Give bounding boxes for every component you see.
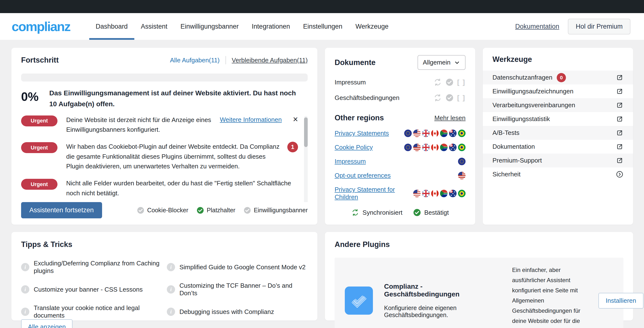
region-document-link[interactable]: Privacy Statements xyxy=(334,130,389,137)
tool-label: Premium-Support xyxy=(492,157,542,164)
sync-icon[interactable] xyxy=(434,94,442,102)
install-button[interactable]: Installieren xyxy=(598,293,644,308)
tool-label: Datenschutzanfragen xyxy=(492,74,552,81)
flag-us-icon xyxy=(413,130,421,137)
legend-label: Cookie-Blocker xyxy=(147,207,188,214)
flag-br-icon xyxy=(458,190,466,197)
tab-einstellungen[interactable]: Einstellungen xyxy=(296,13,349,40)
task-meta: 1 xyxy=(287,142,298,152)
tool-row-dokumentation[interactable]: Dokumentation xyxy=(483,140,633,154)
plugin-logo-icon xyxy=(345,286,373,315)
region-document-link[interactable]: Cookie Policy xyxy=(334,144,373,151)
document-actions: [ ] xyxy=(434,94,466,102)
more-info-link[interactable]: Weitere Informationen xyxy=(220,116,282,124)
flag-au-icon xyxy=(449,144,456,151)
urgent-badge: Urgent xyxy=(21,116,58,126)
plugin-description: Ein einfacher, aber ausführlicher Assist… xyxy=(512,265,587,328)
continue-wizard-button[interactable]: Assistenten fortsetzen xyxy=(21,202,102,218)
shortcode-icon[interactable]: [ ] xyxy=(457,79,466,86)
check-inactive-icon xyxy=(137,207,144,214)
tip-item[interactable]: iSimplified Guide to Google Consent Mode… xyxy=(167,260,308,275)
plugin-name: Complianz - Geschäftsbedingungen xyxy=(384,283,498,298)
complianz-logo: complianz xyxy=(12,20,70,33)
status-legend: Cookie-BlockerPlatzhalterEinwilligungsba… xyxy=(137,207,308,214)
complianz-header: complianz DashboardAssistentEinwilligung… xyxy=(0,13,644,40)
tip-label: Simplified Guide to Google Consent Mode … xyxy=(180,263,306,271)
dismiss-task-icon[interactable]: × xyxy=(293,116,298,123)
synced-status: Synchronisiert xyxy=(351,209,402,216)
external-link-icon[interactable] xyxy=(616,157,624,164)
tool-row-datenschutzanfragen[interactable]: Datenschutzanfragen0 xyxy=(483,71,633,84)
check-inactive-icon xyxy=(244,207,251,214)
legend-item-platzhalter: Platzhalter xyxy=(197,207,236,214)
region-document-link[interactable]: Impressum xyxy=(334,158,366,165)
tool-label-wrap: Einwilligungsaufzeichnungen xyxy=(492,88,574,95)
external-link-icon[interactable] xyxy=(616,115,624,123)
task-list: UrgentDeine Website ist derzeit nicht fü… xyxy=(21,115,308,202)
show-all-button[interactable]: Alle anzeigen xyxy=(21,319,72,328)
check-circle-icon[interactable] xyxy=(446,94,454,102)
tool-label: Sicherheit xyxy=(492,171,520,178)
tool-row-einwilligungsstatistik[interactable]: Einwilligungsstatistik xyxy=(483,112,633,126)
flag-za-icon xyxy=(440,144,448,151)
external-link-icon[interactable] xyxy=(616,88,624,95)
tab-einwilligungsbanner[interactable]: Einwilligungsbanner xyxy=(174,13,245,40)
tab-dashboard[interactable]: Dashboard xyxy=(89,13,134,40)
tip-label: Excluding/Deferring Complianz from Cachi… xyxy=(34,260,162,275)
flag-uk-icon xyxy=(422,144,430,151)
tool-row-verarbeitungsvereinbarungen[interactable]: Verarbeitungsvereinbarungen xyxy=(483,98,633,112)
region-document-link[interactable]: Privacy Statement for Children xyxy=(334,186,413,201)
tool-row-a-b-tests[interactable]: A/B-Tests xyxy=(483,126,633,140)
external-link-icon[interactable] xyxy=(616,101,624,109)
chevron-right-circle-icon[interactable] xyxy=(616,171,624,178)
tip-item[interactable]: iExcluding/Deferring Complianz from Cach… xyxy=(21,260,162,275)
tip-item[interactable]: iCustomizing the TCF Banner – Do’s and D… xyxy=(167,282,308,297)
tip-item[interactable]: iDebugging issues with Complianz xyxy=(167,304,308,319)
document-row: Geschäftsbedingungen[ ] xyxy=(334,94,466,102)
tab-werkzeuge[interactable]: Werkzeuge xyxy=(349,13,395,40)
sync-icon[interactable] xyxy=(434,78,442,86)
shortcode-icon[interactable]: [ ] xyxy=(457,94,466,102)
flag-za-icon xyxy=(440,190,448,197)
synced-label: Synchronisiert xyxy=(362,209,402,216)
task-count-badge: 1 xyxy=(287,142,298,152)
region-selector[interactable]: Allgemein xyxy=(418,55,466,70)
task-text: Nicht alle Felder wurden bearbeitet, ode… xyxy=(66,178,291,198)
urgent-badge: Urgent xyxy=(21,142,58,153)
external-link-icon[interactable] xyxy=(616,74,624,81)
sync-icon xyxy=(351,209,359,216)
documents-title: Dokumente xyxy=(334,58,376,67)
tool-row-sicherheit[interactable]: Sicherheit xyxy=(483,167,633,181)
filter-remaining-tasks[interactable]: Verbleibende Aufgaben(11) xyxy=(232,57,308,64)
external-link-icon[interactable] xyxy=(616,143,624,150)
get-premium-button[interactable]: Hol dir Premium xyxy=(568,19,630,35)
progress-card: Fortschritt Alle Aufgaben(11) Verbleiben… xyxy=(12,48,318,225)
check-circle-icon[interactable] xyxy=(446,78,454,86)
progress-bar xyxy=(21,74,308,82)
task-row: UrgentDeine Website ist derzeit nicht fü… xyxy=(21,115,298,135)
filter-all-tasks[interactable]: Alle Aufgaben(11) xyxy=(170,57,220,64)
plugin-panel: Complianz - Geschäftsbedingungen Konfigu… xyxy=(334,258,624,328)
tips-card: Tipps & Tricks iExcluding/Deferring Comp… xyxy=(12,232,318,320)
task-scrollbar-thumb[interactable] xyxy=(304,117,308,147)
urgent-badge: Urgent xyxy=(21,179,58,190)
read-more-link[interactable]: Mehr lesen xyxy=(434,114,466,122)
tool-row-einwilligungsaufzeichnungen[interactable]: Einwilligungsaufzeichnungen xyxy=(483,84,633,98)
legend-item-cookie-blocker: Cookie-Blocker xyxy=(137,207,188,214)
task-scrollbar[interactable] xyxy=(304,116,308,202)
flag-br-icon xyxy=(458,144,466,151)
tool-label: Dokumentation xyxy=(492,143,535,150)
tool-row-premium-support[interactable]: Premium-Support xyxy=(483,154,633,167)
external-link-icon[interactable] xyxy=(616,129,624,137)
tip-item[interactable]: iCustomize your banner - CSS Lessons xyxy=(21,282,162,297)
progress-summary: Das Einwilligungsmanagement ist auf dein… xyxy=(49,88,302,110)
tip-item[interactable]: iTranslate your cookie notice and legal … xyxy=(21,304,162,319)
documentation-link[interactable]: Dokumentation xyxy=(515,23,560,30)
flag-au-icon xyxy=(449,130,456,137)
region-document-link[interactable]: Opt-out preferences xyxy=(334,172,390,179)
region-link-row: Opt-out preferences xyxy=(334,172,466,179)
task-text: Wir haben das Cookiebot-Plugin auf deine… xyxy=(66,142,280,171)
flag-us-icon xyxy=(458,172,466,179)
tab-assistent[interactable]: Assistent xyxy=(134,13,174,40)
tab-integrationen[interactable]: Integrationen xyxy=(245,13,296,40)
